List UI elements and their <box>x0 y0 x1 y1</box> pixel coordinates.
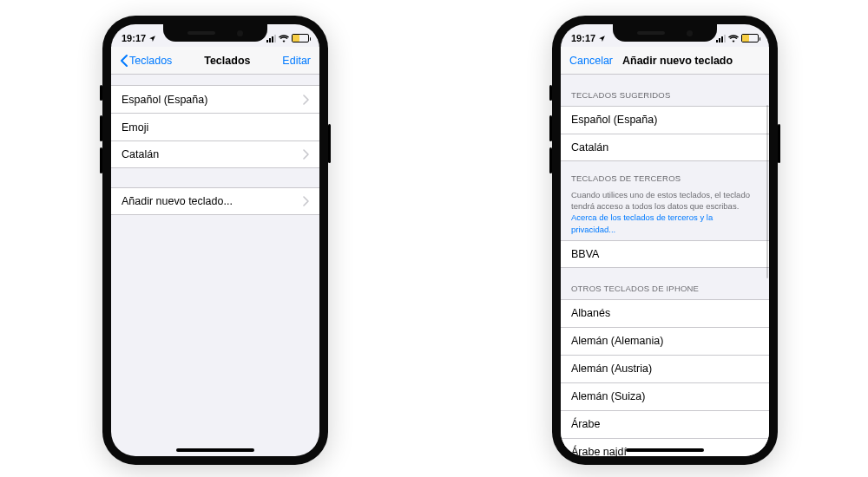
add-keyboard-button[interactable]: Añadir nuevo teclado... <box>111 187 319 215</box>
nav-bar: Cancelar Añadir nuevo teclado <box>561 47 769 75</box>
location-icon <box>598 35 606 42</box>
chevron-right-icon <box>303 196 309 206</box>
status-time: 19:17 <box>571 33 595 43</box>
back-label: Teclados <box>129 55 172 67</box>
page-title: Añadir nuevo teclado <box>617 55 752 67</box>
section-footer-third: Cuando utilices uno de estos teclados, e… <box>561 185 769 235</box>
location-icon <box>148 35 156 42</box>
list-item[interactable]: Alemán (Alemania) <box>561 327 769 355</box>
keyboard-label: Emoji <box>122 121 148 134</box>
edit-button[interactable]: Editar <box>282 55 311 67</box>
nav-bar: Teclados Teclados Editar <box>111 47 319 75</box>
keyboard-label: Catalán <box>122 148 159 160</box>
cellular-icon <box>716 35 726 42</box>
keyboard-label: Español (España) <box>122 94 207 106</box>
list-item[interactable]: Español (España) <box>561 106 769 134</box>
battery-icon <box>741 34 759 42</box>
list-item[interactable]: BBVA <box>561 240 769 268</box>
keyboard-row[interactable]: Emoji <box>111 113 319 140</box>
phone-add-keyboard: 19:17 Cancelar Añadir nuevo teclado TECL… <box>552 16 778 465</box>
list-item[interactable]: Alemán (Suiza) <box>561 382 769 410</box>
back-button[interactable]: Teclados <box>120 55 172 67</box>
notch <box>613 24 717 42</box>
section-header-others: OTROS TECLADOS DE IPHONE <box>561 268 769 299</box>
home-indicator[interactable] <box>176 448 254 452</box>
cellular-icon <box>266 35 276 42</box>
list-item[interactable]: Árabe <box>561 410 769 438</box>
notch <box>163 24 267 42</box>
list-item[interactable]: Alemán (Austria) <box>561 355 769 382</box>
chevron-left-icon <box>120 55 128 67</box>
wifi-icon <box>728 35 739 42</box>
status-time: 19:17 <box>122 33 146 43</box>
keyboard-row[interactable]: Español (España) <box>111 85 319 113</box>
cancel-button[interactable]: Cancelar <box>569 55 617 67</box>
battery-icon <box>292 34 309 42</box>
chevron-right-icon <box>303 149 309 160</box>
keyboard-row[interactable]: Catalán <box>111 140 319 168</box>
scrollbar[interactable] <box>766 105 768 278</box>
list-item[interactable]: Albanés <box>561 299 769 327</box>
phone-keyboards-list: 19:17 Teclados Teclados Editar Español (… <box>102 16 328 465</box>
section-header-suggested: TECLADOS SUGERIDOS <box>561 75 769 106</box>
section-header-third: TECLADOS DE TERCEROS <box>561 161 769 185</box>
chevron-right-icon <box>303 95 309 105</box>
page-title: Teclados <box>172 55 282 67</box>
wifi-icon <box>279 35 289 42</box>
home-indicator[interactable] <box>626 448 704 452</box>
list-item[interactable]: Árabe najdí <box>561 438 769 456</box>
privacy-link[interactable]: Acerca de los teclados de terceros y la … <box>571 212 713 233</box>
add-keyboard-label: Añadir nuevo teclado... <box>122 195 233 207</box>
list-item[interactable]: Catalán <box>561 134 769 161</box>
